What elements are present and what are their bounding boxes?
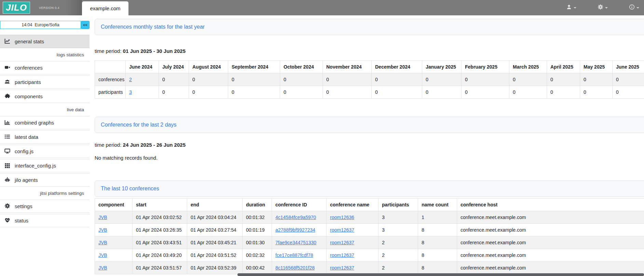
component-link[interactable]: JVB bbox=[98, 265, 107, 271]
stat-value-cell: 0 bbox=[613, 86, 644, 99]
month-column-header: December 2024 bbox=[372, 61, 422, 73]
conference-column-header: conference ID bbox=[272, 199, 327, 211]
sidebar-item-latest-data[interactable]: latest data bbox=[0, 130, 90, 144]
participants-cell: 3 bbox=[379, 211, 418, 224]
stat-value-cell: 0 bbox=[509, 86, 547, 99]
chevron-down-icon bbox=[605, 7, 608, 9]
conference-ID-link[interactable]: 4c14584fce9a5970 bbox=[275, 215, 316, 220]
horizontal-scrollbar-thumb[interactable] bbox=[237, 273, 644, 276]
sidebar-item-jilo-agents[interactable]: jilo agents bbox=[0, 173, 90, 187]
info-icon bbox=[629, 4, 635, 11]
user-icon bbox=[566, 4, 572, 11]
end-cell: 01 Apr 2024 03:45:21 bbox=[187, 236, 243, 249]
list-icon bbox=[4, 134, 10, 141]
conference-name-link[interactable]: room12637 bbox=[330, 265, 354, 271]
start-cell: 01 Apr 2024 03:51:57 bbox=[133, 262, 187, 274]
conference-ID-link[interactable]: fce17ce887fcdf78 bbox=[275, 252, 313, 258]
heart-pulse-icon bbox=[4, 217, 10, 224]
gear-icon bbox=[4, 203, 10, 210]
conference-name-link[interactable]: room12637 bbox=[330, 252, 354, 258]
chart-line-icon bbox=[4, 38, 10, 45]
monthly-stats-title-link[interactable]: Conferences monthly stats for the last y… bbox=[101, 24, 205, 30]
participants-cell: 2 bbox=[379, 236, 418, 249]
conference-column-header: end bbox=[187, 199, 243, 211]
name-count-cell: 8 bbox=[418, 262, 457, 274]
conference-name-link[interactable]: room12636 bbox=[330, 215, 354, 220]
month-column-header: May 2025 bbox=[580, 61, 613, 73]
conference-column-header: duration bbox=[243, 199, 272, 211]
navbar-menus bbox=[566, 0, 639, 15]
stat-value-cell: 0 bbox=[372, 73, 422, 86]
stat-value-cell: 0 bbox=[462, 73, 509, 86]
sidebar-item-settings[interactable]: settings bbox=[0, 200, 90, 213]
stat-value-cell: 0 bbox=[323, 73, 372, 86]
sidebar-item-interface-config-js[interactable]: interface_config.js bbox=[0, 159, 90, 172]
app-logo-text: JILO bbox=[6, 2, 27, 13]
settings-menu-button[interactable] bbox=[598, 4, 608, 11]
clock-timezone: Europe/Sofia bbox=[35, 23, 59, 27]
stat-value-cell: 0 bbox=[372, 86, 422, 99]
stat-value-cell: 0 bbox=[159, 86, 189, 99]
stat-value-cell: 0 bbox=[228, 86, 280, 99]
conference-row: JVB01 Apr 2024 03:26:3501 Apr 2024 03:27… bbox=[95, 224, 644, 236]
sidebar-item-label: config.js bbox=[15, 148, 33, 154]
bar-chart-icon bbox=[4, 119, 10, 126]
monthly-row-participants: participants3000000000000 bbox=[95, 86, 644, 99]
conference-ID-link[interactable]: 8c116568f5201f28 bbox=[275, 265, 315, 271]
sidebar-item-components[interactable]: components bbox=[0, 90, 90, 103]
sidebar-item-general-stats[interactable]: general stats bbox=[0, 35, 90, 48]
conference-host-cell: conference.meet.example.com bbox=[457, 211, 644, 224]
sidebar-item-participants[interactable]: participants bbox=[0, 75, 90, 89]
sidebar-item-label: participants bbox=[15, 79, 41, 85]
stat-value-cell: 2 bbox=[126, 73, 159, 86]
start-cell: 01 Apr 2024 03:43:51 bbox=[133, 236, 187, 249]
stat-value-cell: 0 bbox=[422, 86, 462, 99]
puzzle-icon bbox=[4, 93, 10, 100]
stat-value-link[interactable]: 2 bbox=[129, 77, 132, 82]
sidebar-item-conferences[interactable]: conferences bbox=[0, 61, 90, 74]
navbar-shade bbox=[66, 0, 82, 15]
sidebar-item-label: settings bbox=[15, 203, 32, 209]
month-column-header: March 2025 bbox=[509, 61, 547, 73]
stat-value-cell: 0 bbox=[280, 73, 323, 86]
conference-column-header: conference name bbox=[327, 199, 379, 211]
last-conferences-table: componentstartenddurationconference IDco… bbox=[95, 198, 644, 274]
stat-value-link[interactable]: 3 bbox=[129, 89, 132, 95]
conference-name-cell: room12637 bbox=[327, 224, 379, 236]
user-menu-button[interactable] bbox=[566, 4, 576, 11]
clock-widget: 14:04 Europe/Sofia bbox=[0, 21, 81, 29]
conference-ID-link[interactable]: 7fae9ce344751330 bbox=[275, 240, 316, 245]
sidebar-item-label: general stats bbox=[15, 39, 44, 44]
component-cell: JVB bbox=[95, 249, 133, 262]
sidebar-item-config-js[interactable]: config.js bbox=[0, 145, 90, 158]
conference-name-cell: room12637 bbox=[327, 249, 379, 262]
sidebar-item-combined-graphs[interactable]: combined graphs bbox=[0, 116, 90, 129]
end-cell: 01 Apr 2024 03:04:24 bbox=[187, 211, 243, 224]
end-cell: 01 Apr 2024 03:52:39 bbox=[187, 262, 243, 274]
last-conferences-title-link[interactable]: The last 10 conferences bbox=[101, 186, 159, 192]
info-menu-button[interactable] bbox=[629, 4, 639, 11]
component-link[interactable]: JVB bbox=[98, 227, 107, 233]
sidebar-collapse-button[interactable]: << bbox=[81, 21, 90, 29]
component-link[interactable]: JVB bbox=[98, 240, 107, 245]
conference-name-link[interactable]: room12637 bbox=[330, 227, 354, 233]
month-column-header: November 2024 bbox=[323, 61, 372, 73]
section-label-jitsi-platforms-settings: jitsi platforms settings bbox=[0, 190, 90, 197]
stat-value-cell: 0 bbox=[228, 73, 280, 86]
component-link[interactable]: JVB bbox=[98, 252, 107, 258]
last-two-days-time-period: time period: 24 Jun 2025 - 26 Jun 2025 bbox=[95, 142, 644, 148]
time-period-value: 24 Jun 2025 - 26 Jun 2025 bbox=[123, 142, 186, 148]
stat-value-cell: 0 bbox=[189, 73, 228, 86]
conference-name-link[interactable]: room12637 bbox=[330, 240, 354, 245]
platform-tab-example-com[interactable]: example.com bbox=[82, 1, 128, 15]
row-label-column-header bbox=[95, 61, 126, 73]
last-two-days-title-link[interactable]: Conferences for the last 2 days bbox=[101, 122, 176, 128]
sidebar-item-status[interactable]: status bbox=[0, 214, 90, 227]
conference-row: JVB01 Apr 2024 03:49:2001 Apr 2024 03:51… bbox=[95, 249, 644, 262]
main-content: Conferences monthly stats for the last y… bbox=[95, 15, 644, 274]
app-logo[interactable]: JILO bbox=[3, 2, 30, 14]
participants-cell: 3 bbox=[379, 224, 418, 236]
component-link[interactable]: JVB bbox=[98, 215, 107, 220]
sidebar-item-label: status bbox=[15, 218, 28, 223]
conference-ID-link[interactable]: a2788f9bf9927234 bbox=[275, 227, 315, 233]
